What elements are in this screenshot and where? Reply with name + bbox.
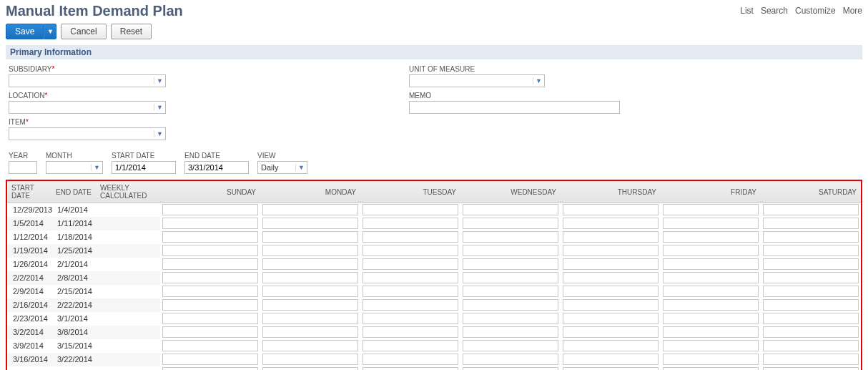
table-row[interactable]: 3/16/20143/22/2014 [7,353,861,366]
table-row[interactable]: 3/9/20143/15/2014 [7,339,861,353]
cell-monday-input[interactable] [262,218,358,229]
cell-saturday-input[interactable] [763,313,859,324]
cell-saturday-input[interactable] [763,286,859,297]
cell-saturday-input[interactable] [763,218,859,229]
month-select[interactable]: ▼ [46,161,103,174]
table-row[interactable]: 2/2/20142/8/2014 [7,271,861,285]
cell-monday-input[interactable] [262,354,358,365]
end-date-input[interactable] [184,161,249,174]
link-list[interactable]: List [740,6,754,16]
table-row[interactable]: 1/26/20142/1/2014 [7,258,861,271]
cell-thursday-input[interactable] [563,272,659,283]
cell-sunday-input[interactable] [162,313,258,324]
cell-thursday-input[interactable] [563,326,659,338]
subsidiary-select[interactable]: ▼ [9,74,166,87]
cell-tuesday-input[interactable] [363,286,458,297]
cell-sunday-input[interactable] [162,340,258,351]
cell-tuesday-input[interactable] [363,354,458,365]
cell-sunday-input[interactable] [162,245,258,256]
cell-wednesday-input[interactable] [463,286,558,297]
cell-sunday-input[interactable] [162,218,258,229]
cell-sunday-input[interactable] [162,231,258,243]
cell-friday-input[interactable] [663,272,759,283]
cell-thursday-input[interactable] [563,354,659,365]
cell-saturday-input[interactable] [763,326,859,338]
cell-tuesday-input[interactable] [363,204,458,215]
cell-sunday-input[interactable] [162,367,258,370]
link-customize[interactable]: Customize [795,6,836,16]
cell-friday-input[interactable] [663,218,759,229]
cell-saturday-input[interactable] [763,245,859,256]
cell-sunday-input[interactable] [162,326,258,338]
table-row[interactable]: 2/9/20142/15/2014 [7,285,861,298]
cell-thursday-input[interactable] [563,258,659,270]
cell-thursday-input[interactable] [563,218,659,229]
cell-friday-input[interactable] [663,313,759,324]
cell-wednesday-input[interactable] [463,367,558,370]
cell-tuesday-input[interactable] [363,326,458,338]
year-input[interactable] [9,161,37,174]
cell-friday-input[interactable] [663,258,759,270]
col-sunday[interactable]: SUNDAY [160,181,260,203]
cell-monday-input[interactable] [262,245,358,256]
cell-friday-input[interactable] [663,326,759,338]
cell-monday-input[interactable] [262,313,358,324]
save-button[interactable]: Save [6,24,44,39]
uom-select[interactable]: ▼ [409,74,545,87]
cell-friday-input[interactable] [663,245,759,256]
memo-input[interactable] [409,101,620,114]
reset-button[interactable]: Reset [111,24,152,39]
cell-thursday-input[interactable] [563,299,659,311]
cell-friday-input[interactable] [663,204,759,215]
cell-wednesday-input[interactable] [463,258,558,270]
cell-monday-input[interactable] [262,231,358,243]
cell-sunday-input[interactable] [162,272,258,283]
cell-thursday-input[interactable] [563,245,659,256]
cell-tuesday-input[interactable] [363,313,458,324]
cell-wednesday-input[interactable] [463,204,558,215]
cell-saturday-input[interactable] [763,258,859,270]
col-wednesday[interactable]: WEDNESDAY [460,181,561,203]
cell-wednesday-input[interactable] [463,354,558,365]
table-row[interactable]: 3/2/20143/8/2014 [7,326,861,339]
cell-saturday-input[interactable] [763,204,859,215]
cell-thursday-input[interactable] [563,367,659,370]
table-row[interactable]: 12/29/20131/4/2014 [7,203,861,217]
cell-tuesday-input[interactable] [363,272,458,283]
location-select[interactable]: ▼ [9,101,166,114]
cell-sunday-input[interactable] [162,286,258,297]
table-row[interactable]: 1/19/20141/25/2014 [7,244,861,258]
cell-sunday-input[interactable] [162,299,258,311]
cell-friday-input[interactable] [663,286,759,297]
cell-thursday-input[interactable] [563,313,659,324]
cell-monday-input[interactable] [262,326,358,338]
start-date-input[interactable] [112,161,176,174]
cell-saturday-input[interactable] [763,231,859,243]
cell-monday-input[interactable] [262,367,358,370]
cell-wednesday-input[interactable] [463,272,558,283]
view-select[interactable]: Daily ▼ [257,161,307,174]
cell-tuesday-input[interactable] [363,258,458,270]
cell-tuesday-input[interactable] [363,231,458,243]
cell-wednesday-input[interactable] [463,326,558,338]
cell-sunday-input[interactable] [162,258,258,270]
table-row[interactable]: 2/16/20142/22/2014 [7,298,861,312]
cell-thursday-input[interactable] [563,286,659,297]
cell-saturday-input[interactable] [763,340,859,351]
cell-thursday-input[interactable] [563,231,659,243]
cell-saturday-input[interactable] [763,272,859,283]
table-row[interactable]: 1/12/20141/18/2014 [7,230,861,244]
cell-saturday-input[interactable] [763,354,859,365]
cell-sunday-input[interactable] [162,354,258,365]
table-row[interactable]: 3/23/20143/29/2014 [7,366,861,371]
cell-tuesday-input[interactable] [363,218,458,229]
cell-monday-input[interactable] [262,204,358,215]
cell-thursday-input[interactable] [563,340,659,351]
cell-tuesday-input[interactable] [363,245,458,256]
col-weekly-calculated[interactable]: WEEKLY CALCULATED [96,181,160,203]
cell-tuesday-input[interactable] [363,340,458,351]
cell-monday-input[interactable] [262,286,358,297]
table-row[interactable]: 1/5/20141/11/2014 [7,217,861,230]
col-tuesday[interactable]: TUESDAY [360,181,460,203]
cell-friday-input[interactable] [663,340,759,351]
